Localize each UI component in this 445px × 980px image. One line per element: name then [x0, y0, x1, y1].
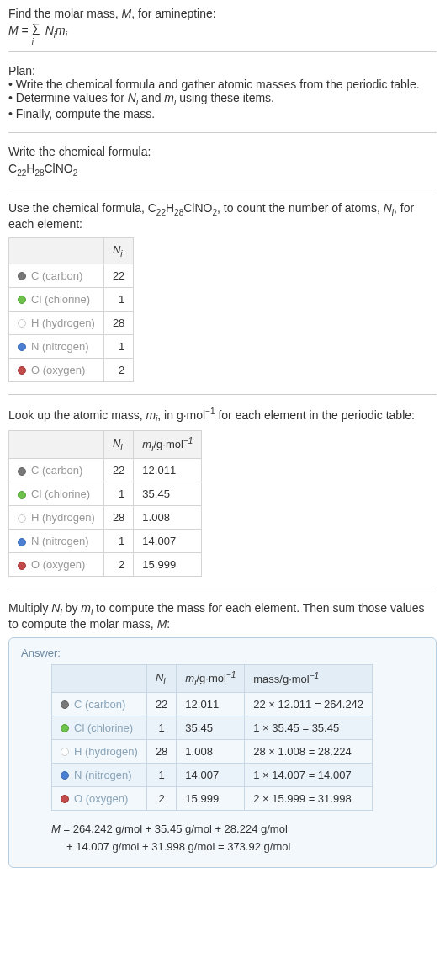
table-row: C (carbon)2212.011 [9, 459, 202, 482]
formula-m: m [56, 24, 66, 37]
elem-cell: H (hydrogen) [9, 506, 104, 530]
plan-b2-b: and [138, 91, 164, 104]
dot-icon [61, 724, 69, 732]
dot-icon [18, 366, 26, 375]
final-M: M [51, 823, 61, 835]
table-row: H (hydrogen)281.008 [9, 506, 202, 530]
table-row: Cl (chlorine)1 [9, 287, 134, 311]
elem-cell: Cl (chlorine) [9, 287, 104, 311]
table-row: O (oxygen)215.999 [9, 553, 202, 577]
table-row: C (carbon)22 [9, 264, 134, 287]
table-header-row: Ni [9, 238, 134, 264]
step4-M: M [157, 617, 167, 631]
table-row: Cl (chlorine)135.45 [9, 482, 202, 506]
table-row: H (hydrogen)28 [9, 311, 134, 334]
table-row: N (nitrogen)114.0071 × 14.007 = 14.007 [52, 763, 373, 786]
table-row: Cl (chlorine)135.451 × 35.45 = 35.45 [52, 716, 373, 739]
dot-icon [18, 491, 26, 499]
count-cell: 28 [103, 506, 133, 530]
dot-icon [18, 538, 26, 546]
step2-post-a: , to count the number of atoms, [217, 201, 384, 215]
table-row: N (nitrogen)1 [9, 334, 134, 358]
count-cell: 2 [103, 358, 133, 381]
dot-icon [61, 748, 69, 756]
mass-cell: 1.008 [177, 739, 245, 763]
count-cell: 1 [146, 716, 176, 739]
dot-icon [18, 272, 26, 280]
divider [8, 132, 437, 133]
answer-table: Ni mi/g·mol−1 mass/g·mol−1 C (carbon)221… [51, 664, 373, 811]
step4-a: Multiply [8, 601, 51, 615]
elem-cell: N (nitrogen) [9, 530, 104, 553]
step3-pre-c: for each element in the periodic table: [215, 407, 415, 421]
divider [8, 394, 437, 395]
mass-cell: 12.011 [177, 692, 245, 716]
count-cell: 1 [103, 530, 133, 553]
step4-N: N [51, 601, 60, 615]
elem-cell: N (nitrogen) [9, 334, 104, 358]
mass-cell: 14.007 [134, 530, 202, 553]
step4-text: Multiply Ni by mi to compute the mass fo… [8, 601, 437, 631]
plan-m: m [164, 91, 174, 104]
count-cell: 22 [103, 459, 133, 482]
step3-text: Look up the atomic mass, mi, in g·mol−1 … [8, 407, 437, 423]
step3-m: m [146, 407, 156, 421]
dot-icon [61, 700, 69, 709]
count-cell: 22 [103, 264, 133, 287]
table-header-row: Ni mi/g·mol−1 mass/g·mol−1 [52, 664, 373, 692]
final-line1: = 264.242 g/mol + 35.45 g/mol + 28.224 g… [61, 823, 288, 835]
elem-cell: H (hydrogen) [52, 739, 147, 763]
formula-lhs: M [8, 24, 19, 37]
dot-icon [18, 296, 26, 304]
plan-b2-c: using these items. [176, 91, 274, 104]
chemical-formula: C22H28ClNO2 [8, 162, 437, 178]
elem-cell: O (oxygen) [52, 786, 147, 810]
table-row: N (nitrogen)114.007 [9, 530, 202, 553]
final-line2: + 14.007 g/mol + 31.998 g/mol = 373.92 g… [66, 840, 290, 853]
count-cell: 1 [146, 763, 176, 786]
step3-pre-b: , in g·mol [157, 407, 205, 421]
molar-mass-formula: M = ∑i Nimi [8, 24, 437, 40]
elem-cell: H (hydrogen) [9, 311, 104, 334]
elem-cell: Cl (chlorine) [9, 482, 104, 506]
dot-icon [18, 514, 26, 523]
sum-index: i [32, 37, 34, 46]
hdr-blank [9, 431, 104, 459]
divider [8, 189, 437, 189]
mass-cell: 1.008 [134, 506, 202, 530]
atomic-mass-table: Ni mi/g·mol−1 C (carbon)2212.011 Cl (chl… [8, 430, 202, 577]
mass-cell: 35.45 [177, 716, 245, 739]
product-cell: 2 × 15.999 = 31.998 [245, 786, 373, 810]
table-row: O (oxygen)2 [9, 358, 134, 381]
step2-formula: C22H28ClNO2 [148, 201, 217, 215]
mass-cell: 35.45 [134, 482, 202, 506]
mass-cell: 15.999 [177, 786, 245, 810]
product-cell: 1 × 35.45 = 35.45 [245, 716, 373, 739]
step3-pre-a: Look up the atomic mass, [8, 407, 146, 421]
hdr-blank [52, 664, 147, 692]
dot-icon [18, 467, 26, 476]
product-cell: 1 × 14.007 = 14.007 [245, 763, 373, 786]
table-row: O (oxygen)215.9992 × 15.999 = 31.998 [52, 786, 373, 810]
hdr-N: Ni [146, 664, 176, 692]
mass-cell: 12.011 [134, 459, 202, 482]
hdr-mass: mass/g·mol−1 [245, 664, 373, 692]
elem-cell: C (carbon) [52, 692, 147, 716]
step4-b: by [62, 601, 82, 615]
divider [8, 51, 437, 52]
plan-b2-a: • Determine values for [8, 91, 128, 104]
formula-m-sub: i [66, 30, 67, 40]
step2-pre: Use the chemical formula, [8, 201, 148, 215]
formula-N: N [42, 24, 54, 37]
elem-cell: C (carbon) [9, 459, 104, 482]
product-cell: 28 × 1.008 = 28.224 [245, 739, 373, 763]
final-result: M = 264.242 g/mol + 35.45 g/mol + 28.224… [51, 821, 424, 856]
elem-cell: O (oxygen) [9, 553, 104, 577]
table-row: H (hydrogen)281.00828 × 1.008 = 28.224 [52, 739, 373, 763]
count-cell: 22 [146, 692, 176, 716]
count-cell: 2 [146, 786, 176, 810]
divider [8, 589, 437, 589]
count-cell: 1 [103, 287, 133, 311]
plan-bullet-3: • Finally, compute the mass. [8, 107, 437, 120]
dot-icon [61, 795, 69, 803]
